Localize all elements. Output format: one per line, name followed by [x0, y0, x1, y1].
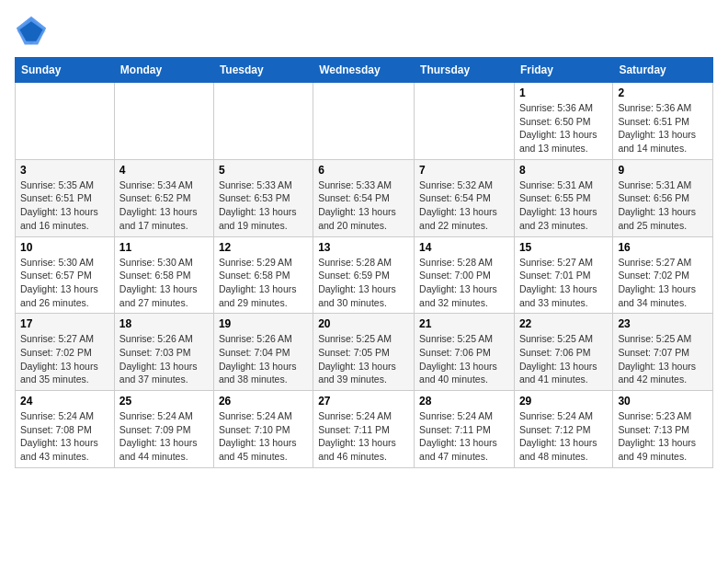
weekday-header-sunday: Sunday: [16, 58, 115, 83]
page-header: [15, 15, 713, 48]
day-info: Sunrise: 5:36 AM Sunset: 6:50 PM Dayligh…: [519, 101, 608, 155]
day-info: Sunrise: 5:25 AM Sunset: 7:06 PM Dayligh…: [419, 332, 509, 386]
day-number: 5: [219, 164, 308, 177]
day-info: Sunrise: 5:33 AM Sunset: 6:53 PM Dayligh…: [219, 178, 308, 233]
day-number: 23: [618, 317, 708, 330]
calendar-cell: 15Sunrise: 5:27 AM Sunset: 7:01 PM Dayli…: [514, 236, 612, 314]
calendar-cell: 17Sunrise: 5:27 AM Sunset: 7:02 PM Dayli…: [16, 314, 115, 391]
calendar-week-4: 17Sunrise: 5:27 AM Sunset: 7:02 PM Dayli…: [16, 314, 713, 391]
weekday-header-thursday: Thursday: [415, 58, 515, 83]
calendar-week-3: 10Sunrise: 5:30 AM Sunset: 6:57 PM Dayli…: [16, 236, 713, 314]
day-info: Sunrise: 5:32 AM Sunset: 6:54 PM Dayligh…: [419, 178, 509, 233]
day-number: 14: [419, 241, 509, 254]
day-info: Sunrise: 5:25 AM Sunset: 7:07 PM Dayligh…: [618, 332, 708, 386]
calendar-week-2: 3Sunrise: 5:35 AM Sunset: 6:51 PM Daylig…: [16, 159, 713, 236]
day-info: Sunrise: 5:28 AM Sunset: 6:59 PM Dayligh…: [318, 256, 409, 310]
weekday-header-tuesday: Tuesday: [213, 58, 313, 83]
calendar-table: SundayMondayTuesdayWednesdayThursdayFrid…: [15, 57, 713, 468]
day-info: Sunrise: 5:30 AM Sunset: 6:58 PM Dayligh…: [119, 256, 209, 310]
day-info: Sunrise: 5:25 AM Sunset: 7:06 PM Dayligh…: [519, 332, 608, 386]
day-number: 25: [119, 395, 209, 408]
day-info: Sunrise: 5:33 AM Sunset: 6:54 PM Dayligh…: [318, 178, 409, 233]
day-info: Sunrise: 5:28 AM Sunset: 7:00 PM Dayligh…: [419, 256, 509, 310]
day-number: 28: [419, 395, 509, 408]
calendar-cell: 11Sunrise: 5:30 AM Sunset: 6:58 PM Dayli…: [114, 236, 213, 314]
calendar-cell: 23Sunrise: 5:25 AM Sunset: 7:07 PM Dayli…: [613, 314, 713, 391]
calendar-cell: 6Sunrise: 5:33 AM Sunset: 6:54 PM Daylig…: [313, 159, 415, 236]
day-number: 22: [519, 317, 608, 330]
day-info: Sunrise: 5:26 AM Sunset: 7:04 PM Dayligh…: [219, 332, 308, 386]
day-info: Sunrise: 5:25 AM Sunset: 7:05 PM Dayligh…: [318, 332, 409, 386]
calendar-cell: [114, 83, 213, 160]
calendar-cell: 3Sunrise: 5:35 AM Sunset: 6:51 PM Daylig…: [16, 159, 115, 236]
day-info: Sunrise: 5:27 AM Sunset: 7:01 PM Dayligh…: [519, 256, 608, 310]
day-number: 2: [618, 86, 708, 99]
day-info: Sunrise: 5:34 AM Sunset: 6:52 PM Dayligh…: [119, 178, 209, 233]
day-number: 6: [318, 164, 409, 177]
calendar-cell: 28Sunrise: 5:24 AM Sunset: 7:11 PM Dayli…: [415, 391, 515, 468]
calendar-cell: 14Sunrise: 5:28 AM Sunset: 7:00 PM Dayli…: [415, 236, 515, 314]
calendar-cell: 18Sunrise: 5:26 AM Sunset: 7:03 PM Dayli…: [114, 314, 213, 391]
day-number: 1: [519, 86, 608, 99]
day-number: 3: [20, 164, 109, 177]
weekday-header-row: SundayMondayTuesdayWednesdayThursdayFrid…: [16, 58, 713, 83]
day-info: Sunrise: 5:35 AM Sunset: 6:51 PM Dayligh…: [20, 178, 109, 233]
day-info: Sunrise: 5:27 AM Sunset: 7:02 PM Dayligh…: [20, 332, 109, 386]
day-number: 13: [318, 241, 409, 254]
day-info: Sunrise: 5:24 AM Sunset: 7:12 PM Dayligh…: [519, 409, 608, 464]
calendar-cell: 19Sunrise: 5:26 AM Sunset: 7:04 PM Dayli…: [213, 314, 313, 391]
day-number: 12: [219, 241, 308, 254]
calendar-cell: 21Sunrise: 5:25 AM Sunset: 7:06 PM Dayli…: [415, 314, 515, 391]
day-info: Sunrise: 5:27 AM Sunset: 7:02 PM Dayligh…: [618, 256, 708, 310]
calendar-cell: 8Sunrise: 5:31 AM Sunset: 6:55 PM Daylig…: [514, 159, 612, 236]
calendar-cell: 12Sunrise: 5:29 AM Sunset: 6:58 PM Dayli…: [213, 236, 313, 314]
calendar-cell: [313, 83, 415, 160]
calendar-cell: 9Sunrise: 5:31 AM Sunset: 6:56 PM Daylig…: [613, 159, 713, 236]
calendar-cell: 22Sunrise: 5:25 AM Sunset: 7:06 PM Dayli…: [514, 314, 612, 391]
day-info: Sunrise: 5:23 AM Sunset: 7:13 PM Dayligh…: [618, 409, 708, 464]
day-number: 18: [119, 317, 209, 330]
day-number: 9: [618, 164, 708, 177]
weekday-header-wednesday: Wednesday: [313, 58, 415, 83]
weekday-header-monday: Monday: [114, 58, 213, 83]
day-number: 19: [219, 317, 308, 330]
logo-icon: [15, 15, 48, 48]
day-info: Sunrise: 5:24 AM Sunset: 7:08 PM Dayligh…: [20, 409, 109, 464]
day-info: Sunrise: 5:24 AM Sunset: 7:11 PM Dayligh…: [318, 409, 409, 464]
calendar-cell: 24Sunrise: 5:24 AM Sunset: 7:08 PM Dayli…: [16, 391, 115, 468]
calendar-cell: 5Sunrise: 5:33 AM Sunset: 6:53 PM Daylig…: [213, 159, 313, 236]
calendar-cell: 29Sunrise: 5:24 AM Sunset: 7:12 PM Dayli…: [514, 391, 612, 468]
calendar-cell: 16Sunrise: 5:27 AM Sunset: 7:02 PM Dayli…: [613, 236, 713, 314]
weekday-header-saturday: Saturday: [613, 58, 713, 83]
day-info: Sunrise: 5:31 AM Sunset: 6:55 PM Dayligh…: [519, 178, 608, 233]
calendar-week-5: 24Sunrise: 5:24 AM Sunset: 7:08 PM Dayli…: [16, 391, 713, 468]
calendar-cell: 7Sunrise: 5:32 AM Sunset: 6:54 PM Daylig…: [415, 159, 515, 236]
day-number: 17: [20, 317, 109, 330]
calendar-cell: 30Sunrise: 5:23 AM Sunset: 7:13 PM Dayli…: [613, 391, 713, 468]
day-info: Sunrise: 5:24 AM Sunset: 7:11 PM Dayligh…: [419, 409, 509, 464]
day-info: Sunrise: 5:26 AM Sunset: 7:03 PM Dayligh…: [119, 332, 209, 386]
calendar-cell: 25Sunrise: 5:24 AM Sunset: 7:09 PM Dayli…: [114, 391, 213, 468]
day-number: 16: [618, 241, 708, 254]
logo: [15, 15, 51, 48]
day-info: Sunrise: 5:29 AM Sunset: 6:58 PM Dayligh…: [219, 256, 308, 310]
day-number: 11: [119, 241, 209, 254]
calendar-cell: [16, 83, 115, 160]
calendar-cell: [213, 83, 313, 160]
day-number: 29: [519, 395, 608, 408]
day-number: 20: [318, 317, 409, 330]
calendar-cell: 20Sunrise: 5:25 AM Sunset: 7:05 PM Dayli…: [313, 314, 415, 391]
day-number: 30: [618, 395, 708, 408]
day-number: 24: [20, 395, 109, 408]
day-number: 8: [519, 164, 608, 177]
day-info: Sunrise: 5:30 AM Sunset: 6:57 PM Dayligh…: [20, 256, 109, 310]
calendar-week-1: 1Sunrise: 5:36 AM Sunset: 6:50 PM Daylig…: [16, 83, 713, 160]
calendar-cell: 26Sunrise: 5:24 AM Sunset: 7:10 PM Dayli…: [213, 391, 313, 468]
day-number: 7: [419, 164, 509, 177]
calendar-cell: 27Sunrise: 5:24 AM Sunset: 7:11 PM Dayli…: [313, 391, 415, 468]
weekday-header-friday: Friday: [514, 58, 612, 83]
day-number: 21: [419, 317, 509, 330]
calendar-cell: 1Sunrise: 5:36 AM Sunset: 6:50 PM Daylig…: [514, 83, 612, 160]
calendar-cell: [415, 83, 515, 160]
day-info: Sunrise: 5:24 AM Sunset: 7:09 PM Dayligh…: [119, 409, 209, 464]
